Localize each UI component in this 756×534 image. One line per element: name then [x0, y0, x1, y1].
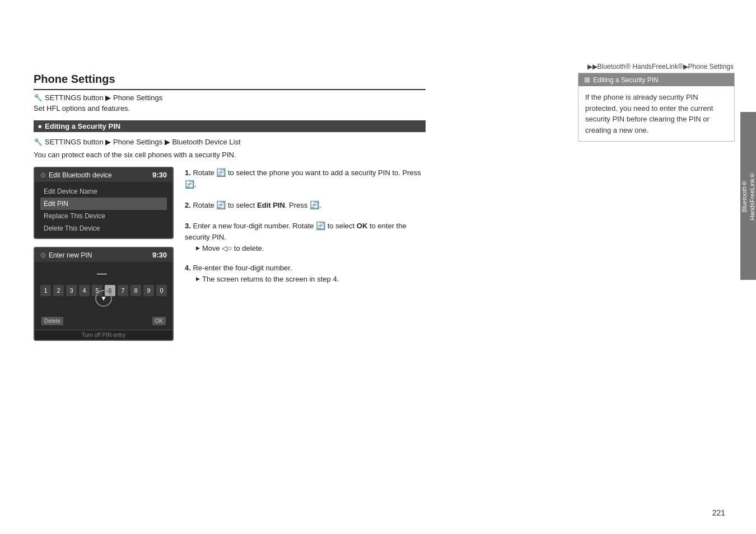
- num-key-4[interactable]: 4: [79, 285, 90, 296]
- num-key-2[interactable]: 2: [53, 285, 64, 296]
- step-4-number: 4.: [185, 264, 191, 272]
- dial-indicator: ▼: [95, 290, 112, 307]
- sub-settings-line: 🔧 SETTINGS button ▶ Phone Settings ▶ Blu…: [34, 138, 426, 146]
- num-key-3[interactable]: 3: [66, 285, 77, 296]
- screen1-time: 9:30: [152, 171, 167, 179]
- num-key-8[interactable]: 8: [130, 285, 141, 296]
- side-label-text: Bluetooth® HandsFreeLink®: [740, 172, 756, 221]
- step-4-sub1: The screen returns to the screen in step…: [196, 274, 426, 285]
- settings-icon: 🔧: [34, 93, 43, 102]
- settings-icon-2: 🔧: [34, 138, 43, 146]
- two-col-layout: ⊙ Edit Bluetooth device 9:30 Edit Device…: [34, 167, 426, 341]
- breadcrumb-text: ▶▶Bluetooth® HandsFreeLink®▶Phone Settin…: [587, 63, 734, 71]
- settings-button-label: SETTINGS button ▶ Phone Settings: [45, 93, 162, 102]
- step-3: 3. Enter a new four-digit number. Rotate…: [185, 220, 426, 254]
- breadcrumb: ▶▶Bluetooth® HandsFreeLink®▶Phone Settin…: [587, 63, 734, 71]
- screen-enter-pin: ⊙ Enter new PIN 9:30 — 1 2 3 4 5: [34, 247, 174, 341]
- step-1-number: 1.: [185, 168, 191, 177]
- step-3-number: 3.: [185, 222, 191, 230]
- step-2: 2. Rotate 🔄 to select Edit PIN. Press 🔄.: [185, 199, 426, 211]
- delete-button[interactable]: Delete: [41, 317, 63, 325]
- main-content: Phone Settings 🔧 SETTINGS button ▶ Phone…: [34, 73, 426, 341]
- menu-item-replace-device[interactable]: Replace This Device: [40, 210, 167, 222]
- ok-button[interactable]: OK: [152, 317, 166, 325]
- pin-display: —: [38, 265, 169, 283]
- screen-edit-bluetooth: ⊙ Edit Bluetooth device 9:30 Edit Device…: [34, 167, 174, 239]
- screen2-icon: ⊙: [40, 251, 46, 259]
- step-1: 1. Rotate 🔄 to select the phone you want…: [185, 167, 426, 190]
- side-label-registered: ®: [741, 180, 748, 186]
- button-row: Delete OK: [38, 316, 169, 326]
- menu-item-edit-device-name[interactable]: Edit Device Name: [40, 185, 167, 198]
- side-label: Bluetooth® HandsFreeLink®: [740, 112, 756, 280]
- note-box: Editing a Security PIN If the phone is a…: [578, 73, 735, 142]
- screen2-time: 9:30: [152, 251, 167, 259]
- side-label-bluetooth: Bluetooth: [741, 186, 748, 212]
- note-box-header: Editing a Security PIN: [578, 73, 734, 86]
- settings-button-line: 🔧 SETTINGS button ▶ Phone Settings: [34, 93, 426, 102]
- screen1-header: ⊙ Edit Bluetooth device 9:30: [35, 168, 172, 182]
- section-header: Editing a Security PIN: [34, 120, 426, 132]
- screen2-header: ⊙ Enter new PIN 9:30: [35, 248, 172, 262]
- num-key-1[interactable]: 1: [40, 285, 51, 296]
- menu-item-delete-device[interactable]: Delete This Device: [40, 222, 167, 235]
- side-label-hfl: HandsFreeLink®: [749, 172, 755, 221]
- num-key-7[interactable]: 7: [118, 285, 128, 296]
- menu-item-edit-pin[interactable]: Edit PIN: [40, 198, 167, 210]
- step-4: 4. Re-enter the four-digit number. The s…: [185, 263, 426, 284]
- screen-footer[interactable]: Turn off PIN entry: [35, 330, 172, 340]
- screen1-body: Edit Device Name Edit PIN Replace This D…: [35, 182, 172, 238]
- numpad-container: 1 2 3 4 5 6 7 8 9 0: [38, 283, 169, 316]
- dial-arrow: ▼: [100, 294, 107, 302]
- screen1-title: Edit Bluetooth device: [49, 171, 112, 179]
- page-title: Phone Settings: [34, 73, 426, 90]
- screen2-body: — 1 2 3 4 5 6 7 8 9 0: [35, 262, 172, 330]
- screens-column: ⊙ Edit Bluetooth device 9:30 Edit Device…: [34, 167, 174, 341]
- screen2-title: Enter new PIN: [49, 251, 92, 259]
- set-hfl-text: Set HFL options and features.: [34, 104, 426, 113]
- sub-settings-label: SETTINGS button ▶ Phone Settings ▶ Bluet…: [45, 138, 241, 146]
- note-box-body: If the phone is already security PIN pro…: [578, 86, 734, 141]
- protect-text: You can protect each of the six cell pho…: [34, 151, 426, 159]
- num-key-9[interactable]: 9: [143, 285, 154, 296]
- step-3-sub1: Move ◁○ to delete.: [196, 243, 426, 254]
- num-key-0[interactable]: 0: [156, 285, 167, 296]
- screen1-icon: ⊙: [40, 171, 46, 179]
- steps-column: 1. Rotate 🔄 to select the phone you want…: [185, 167, 426, 284]
- page-number: 221: [712, 508, 725, 517]
- step-2-number: 2.: [185, 201, 191, 209]
